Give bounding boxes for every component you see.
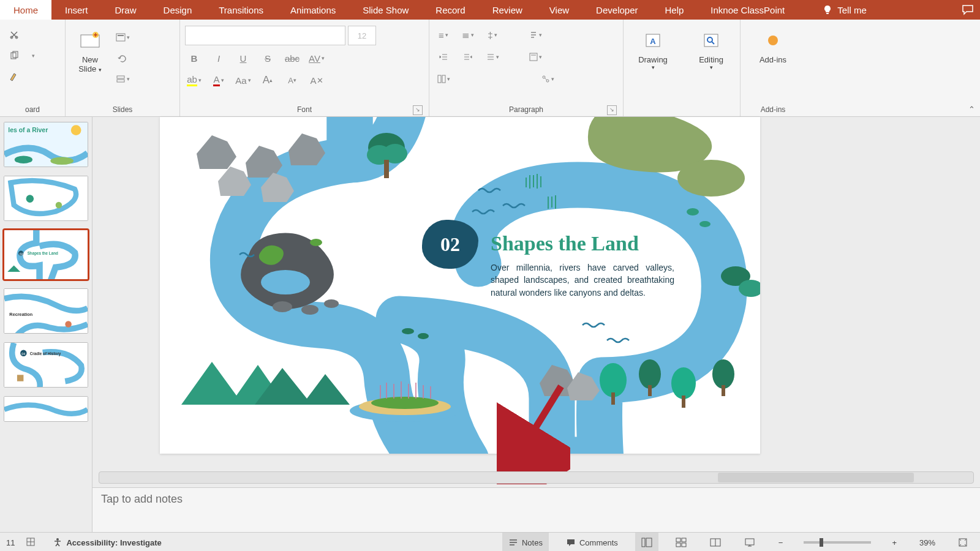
smartart-button[interactable]: ▾ — [538, 70, 557, 88]
scrollbar-thumb[interactable] — [718, 473, 914, 482]
editing-button[interactable]: Editing ▾ — [692, 26, 731, 70]
tab-record[interactable]: Record — [422, 0, 478, 20]
group-clipboard: ▾ oard — [0, 20, 66, 116]
language-icon[interactable] — [26, 537, 36, 549]
format-painter-button[interactable] — [5, 67, 23, 86]
svg-rect-74 — [682, 538, 686, 542]
reset-button[interactable] — [113, 49, 132, 67]
horizontal-scrollbar[interactable] — [99, 471, 974, 484]
line-spacing-button[interactable]: ‡▾ — [483, 26, 502, 44]
view-normal-button[interactable] — [635, 533, 658, 551]
accessibility-button[interactable]: Accessibility: Investigate — [47, 533, 167, 551]
group-paragraph: ≡▾ ≣▾ ‡▾ ▾ ▾ ▾ ▾ ▾ Paragraph ↘ — [429, 20, 624, 116]
thumbnail-slide-3[interactable]: 02 Shapes the Land — [4, 230, 88, 280]
columns-button[interactable]: ▾ — [434, 70, 453, 88]
font-size-combo[interactable]: 12 — [348, 26, 376, 45]
svg-point-66 — [402, 328, 414, 334]
view-slideshow-button[interactable] — [738, 533, 761, 551]
tab-developer[interactable]: Developer — [582, 0, 651, 20]
tab-view[interactable]: View — [536, 0, 582, 20]
tab-animations[interactable]: Animations — [277, 0, 349, 20]
thumbnail-slide-2[interactable] — [4, 176, 88, 221]
bullets-button[interactable]: ≡▾ — [434, 26, 453, 44]
align-button[interactable]: ▾ — [483, 48, 502, 66]
font-name-combo[interactable] — [185, 26, 345, 45]
slide-body-text[interactable]: Over millennia, rivers have carved valle… — [491, 261, 674, 299]
zoom-slider[interactable] — [804, 541, 871, 544]
paragraph-dialog-launcher[interactable]: ↘ — [607, 105, 617, 115]
zoom-out-button[interactable]: − — [772, 533, 790, 551]
svg-rect-8 — [117, 76, 124, 78]
header-comment-icon[interactable] — [956, 0, 980, 20]
svg-rect-6 — [116, 34, 125, 41]
svg-point-41 — [677, 160, 745, 197]
tab-home[interactable]: Home — [0, 0, 51, 20]
highlight-button[interactable]: ab▾ — [185, 71, 203, 89]
tell-me-label: Tell me — [837, 5, 867, 15]
tab-classpoint[interactable]: Inknoe ClassPoint — [697, 0, 798, 20]
italic-button[interactable]: I — [209, 49, 228, 67]
svg-text:Shapes the Land: Shapes the Land — [28, 251, 58, 256]
editor-area: 02 Shapes the Land Over millennia, river… — [92, 117, 980, 532]
align-text-button[interactable]: ▾ — [526, 48, 545, 66]
zoom-label[interactable]: 39% — [914, 538, 941, 547]
fit-to-window-button[interactable] — [952, 533, 974, 551]
numbering-button[interactable]: ≣▾ — [459, 26, 477, 44]
zoom-slider-handle[interactable] — [820, 538, 823, 547]
thumbnail-slide-5[interactable]: 04 Cradle of History — [4, 342, 88, 388]
decrease-indent-button[interactable] — [434, 48, 453, 66]
underline-button[interactable]: U — [234, 49, 252, 67]
font-color-button[interactable]: A▾ — [209, 71, 228, 89]
svg-rect-45 — [384, 160, 389, 178]
zoom-in-button[interactable]: + — [886, 533, 903, 551]
thumbnail-slide-1[interactable]: les of a River — [4, 122, 88, 167]
tab-draw[interactable]: Draw — [102, 0, 150, 20]
change-case-button[interactable]: Aa▾ — [234, 71, 252, 89]
notes-toggle-button[interactable]: Notes — [502, 533, 549, 551]
char-spacing-button[interactable]: AV▾ — [307, 49, 326, 67]
tab-review[interactable]: Review — [479, 0, 536, 20]
font-dialog-launcher[interactable]: ↘ — [413, 105, 423, 115]
view-sorter-button[interactable] — [669, 533, 693, 551]
tab-slide-show[interactable]: Slide Show — [349, 0, 422, 20]
editing-icon — [692, 28, 731, 53]
ribbon-collapse-button[interactable]: ⌃ — [968, 105, 975, 114]
drawing-button[interactable]: A Drawing ▾ — [633, 26, 673, 70]
slide-title[interactable]: Shapes the Land — [491, 232, 639, 255]
grow-font-button[interactable]: A▴ — [258, 71, 277, 89]
tab-help[interactable]: Help — [651, 0, 697, 20]
copy-button[interactable] — [5, 47, 23, 65]
svg-point-70 — [56, 538, 59, 541]
slide-canvas[interactable]: 02 Shapes the Land Over millennia, river… — [160, 117, 760, 454]
tell-me-search[interactable]: Tell me — [816, 0, 873, 20]
svg-point-21 — [71, 125, 81, 135]
thumbnail-slide-6[interactable] — [4, 396, 88, 422]
layout-button[interactable]: ▾ — [113, 28, 132, 47]
tab-design[interactable]: Design — [150, 0, 206, 20]
notes-pane[interactable]: Tap to add notes — [92, 487, 980, 532]
copy-dropdown[interactable]: ▾ — [23, 47, 42, 65]
clear-formatting-button[interactable]: A✕ — [307, 71, 326, 89]
comments-toggle-button[interactable]: Comments — [560, 533, 624, 551]
svg-point-64 — [687, 208, 699, 216]
shrink-font-button[interactable]: A▾ — [283, 71, 301, 89]
svg-rect-10 — [530, 53, 537, 61]
tab-insert[interactable]: Insert — [51, 0, 102, 20]
bold-button[interactable]: B — [185, 49, 203, 67]
strike-button[interactable]: S — [258, 49, 277, 67]
text-direction-button[interactable]: ▾ — [526, 26, 545, 44]
view-reading-button[interactable] — [704, 533, 727, 551]
tab-transitions[interactable]: Transitions — [205, 0, 277, 20]
svg-point-23 — [50, 157, 74, 165]
shadow-button[interactable]: abc — [283, 49, 301, 67]
svg-point-34 — [65, 321, 71, 327]
ribbon-tabs: Home Insert Draw Design Transitions Anim… — [0, 0, 980, 20]
svg-rect-78 — [745, 539, 754, 545]
new-slide-button[interactable]: New Slide ▾ — [70, 26, 110, 73]
section-button[interactable]: ▾ — [113, 70, 132, 88]
svg-rect-7 — [118, 35, 124, 36]
thumbnail-slide-4[interactable]: Recreation — [4, 288, 88, 334]
cut-button[interactable] — [5, 26, 23, 44]
addins-button[interactable]: Add-ins — [753, 26, 793, 64]
increase-indent-button[interactable] — [459, 48, 477, 66]
